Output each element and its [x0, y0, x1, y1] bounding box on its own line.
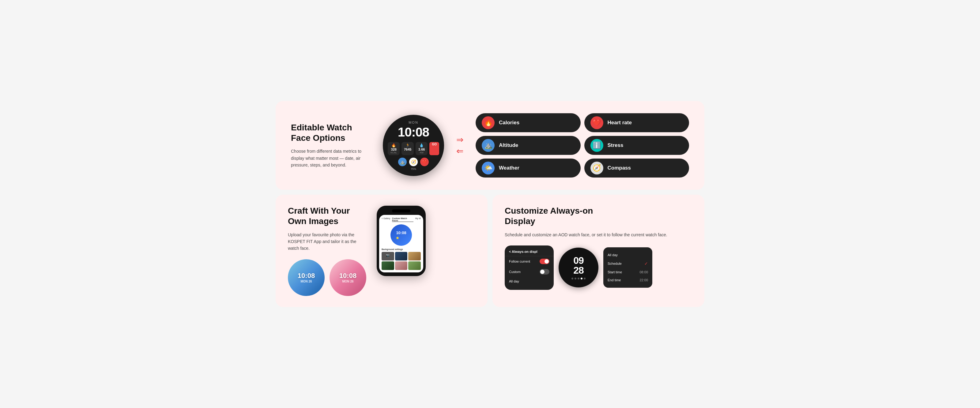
aod-custom-row[interactable]: Custom: [505, 267, 554, 277]
weather-icon: 🌤️: [482, 162, 495, 175]
pill-compass: 🧭 Compass: [584, 159, 689, 178]
pill-weather: 🌤️ Weather: [476, 159, 581, 178]
altitude-label: Altitude: [499, 142, 518, 148]
schedule-menu: All day Schedule ✓ Start time 08:00 End …: [603, 247, 652, 288]
craft-section: Craft With YourOwn Images Upload your fa…: [275, 195, 488, 307]
craft-title: Craft With YourOwn Images: [288, 206, 368, 226]
stress-icon: ℹ️: [590, 139, 603, 152]
dot-4: [581, 278, 582, 279]
compass-label: Compass: [608, 165, 631, 171]
aod-custom-knob: [540, 270, 544, 274]
watch-metric-steps: 🏃 7645: [401, 142, 414, 155]
pill-heart-rate: ❤️ Heart rate: [584, 113, 689, 132]
aod-allday-row: All day: [505, 277, 554, 286]
customize-desc: Schedule and customize an AOD watch face…: [505, 232, 692, 238]
heart-rate-icon: ❤️: [590, 116, 603, 129]
phone-bg-gold: [408, 252, 421, 260]
schedule-allday-label: All day: [608, 253, 618, 257]
weather-label: Weather: [499, 165, 519, 171]
aod-follow-label: Follow current: [509, 260, 530, 263]
aod-custom-toggle[interactable]: [539, 269, 549, 275]
editable-watch-text: Editable Watch Face Options Choose from …: [291, 122, 371, 168]
schedule-start-value: 08:00: [640, 270, 648, 274]
aod-allday-label: All day: [509, 279, 519, 283]
phone-bg-label: Background settings: [382, 248, 421, 250]
schedule-end-label: End time: [608, 278, 621, 282]
phone-bg-dark: [395, 252, 407, 260]
pill-stress: ℹ️ Stress: [584, 136, 689, 155]
aod-follow-toggle[interactable]: [539, 259, 549, 264]
phone-bg-rose: [395, 261, 407, 270]
phone-bg-lime: [408, 261, 421, 270]
schedule-start-row[interactable]: Start time 08:00: [603, 268, 652, 276]
dot-5: [584, 278, 585, 279]
phone-notch: [392, 210, 410, 213]
phone-bg-grid: 📷: [382, 252, 421, 270]
craft-watches: 10:08 MON 26 10:08 MON 26: [288, 259, 368, 296]
watch-go-badge: GO: [430, 142, 439, 155]
altitude-icon: ⛰️: [482, 139, 495, 152]
stress-label: Stress: [608, 142, 624, 148]
craft-text-area: Craft With YourOwn Images Upload your fa…: [288, 206, 368, 296]
watch-icons-row: ⛰️ 🧭 ❤️: [392, 158, 435, 166]
watch-icon-compass: 🧭: [409, 158, 418, 166]
dot-2: [574, 278, 576, 279]
phone-mockup: < Gallery Custom Watch Faces My W 10:08🌟…: [377, 206, 426, 276]
schedule-schedule-row[interactable]: Schedule ✓: [603, 259, 652, 268]
watch-metric-calories: 🔥 328 KCAL: [388, 142, 400, 155]
aod-dots: [571, 278, 585, 279]
aod-time-top: 09: [573, 256, 584, 265]
dot-1: [571, 278, 573, 279]
aod-menu-title: < Always-on displ: [505, 250, 554, 256]
watch-battery: 75%: [411, 167, 416, 170]
schedule-check-icon: ✓: [644, 261, 648, 266]
watch-metrics: 🔥 328 KCAL 🏃 7645 💧 3.66 KM GO: [383, 142, 444, 155]
phone-bg-green: [382, 261, 394, 270]
watch-day: MON: [409, 121, 418, 124]
watch-icon-mountain: ⛰️: [398, 158, 407, 166]
schedule-label: Schedule: [608, 262, 622, 265]
pill-altitude: ⛰️ Altitude: [476, 136, 581, 155]
craft-watch-pink: 10:08 MON 26: [329, 259, 366, 296]
phone-nav-custom: Custom Watch Faces: [392, 217, 414, 222]
aod-follow-knob: [544, 259, 549, 264]
calories-label: Calories: [499, 120, 519, 126]
aod-menu: < Always-on displ Follow current Custom: [505, 246, 554, 290]
customize-section: Customize Always-onDisplay Schedule and …: [492, 195, 705, 307]
phone-screen: < Gallery Custom Watch Faces My W 10:08🌟…: [379, 215, 423, 272]
phone-nav-gallery: < Gallery: [382, 217, 390, 222]
watch-time: 10:08: [398, 125, 429, 140]
watch-metric-distance: 💧 3.66 KM: [415, 142, 428, 155]
pill-calories: 🔥 Calories: [476, 113, 581, 132]
watch-icon-heart: ❤️: [420, 158, 429, 166]
compass-icon: 🧭: [590, 162, 603, 175]
schedule-allday-row[interactable]: All day: [603, 251, 652, 259]
calories-icon: 🔥: [482, 116, 495, 129]
editable-watch-title: Editable Watch Face Options: [291, 122, 371, 143]
phone-preview-time: 10:08🌟: [396, 230, 406, 240]
customize-mockups: < Always-on displ Follow current Custom: [505, 246, 692, 290]
aod-follow-row[interactable]: Follow current: [505, 256, 554, 267]
aod-custom-label: Custom: [509, 270, 520, 274]
editable-watch-desc: Choose from different data metrics to di…: [291, 148, 371, 168]
craft-watch-blue: 10:08 MON 26: [288, 259, 325, 296]
schedule-end-value: 22:00: [640, 278, 648, 282]
swap-arrow-icon: ⇒ ⇐: [456, 135, 463, 156]
aod-watch-circle: 09 28: [558, 248, 598, 287]
schedule-end-row[interactable]: End time 22:00: [603, 276, 652, 284]
bottom-row: Craft With YourOwn Images Upload your fa…: [275, 195, 705, 307]
main-container: Editable Watch Face Options Choose from …: [275, 101, 705, 307]
phone-bg-camera: 📷: [382, 252, 394, 260]
watch-face-circle: MON 10:08 🔥 328 KCAL 🏃 7645 💧 3.66 KM GO: [383, 115, 444, 176]
phone-nav-my: My W: [415, 217, 421, 222]
craft-desc: Upload your favourite photo via the KOSP…: [288, 232, 368, 252]
phone-nav: < Gallery Custom Watch Faces My W: [382, 217, 421, 222]
phone-watch-preview: 10:08🌟: [390, 224, 412, 246]
aod-time-bottom: 28: [573, 265, 584, 275]
feature-pills-grid: 🔥 Calories ❤️ Heart rate ⛰️ Altitude ℹ️ …: [476, 113, 689, 178]
heart-rate-label: Heart rate: [608, 120, 632, 126]
schedule-start-label: Start time: [608, 270, 622, 274]
top-section: Editable Watch Face Options Choose from …: [275, 101, 705, 190]
customize-title: Customize Always-onDisplay: [505, 206, 692, 226]
dot-3: [578, 278, 579, 279]
